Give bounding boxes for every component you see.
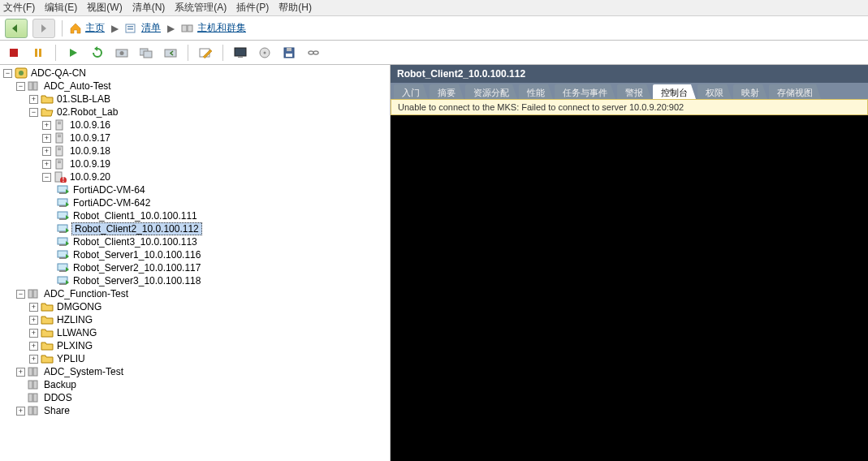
tab-console[interactable]: 控制台 — [653, 84, 696, 99]
expand-icon[interactable]: + — [16, 407, 25, 416]
tab-storage-views[interactable]: 存储视图 — [769, 84, 821, 99]
svg-point-24 — [19, 71, 24, 75]
tree-datacenter[interactable]: − ADC_Auto-Test — [3, 80, 390, 93]
tree-vm[interactable]: FortiADC-VM-642 — [3, 196, 390, 209]
svg-point-22 — [313, 51, 318, 54]
tree-datacenter[interactable]: DDOS — [3, 391, 390, 404]
tree-datacenter[interactable]: Backup — [3, 378, 390, 391]
menu-system[interactable]: 系统管理(A) — [175, 1, 227, 15]
inventory-tree[interactable]: − ADC-QA-CN − ADC_Auto-Test + 01.SLB-LAB… — [0, 65, 391, 461]
tree-vm[interactable]: FortiADC-VM-64 — [3, 183, 390, 196]
collapse-icon[interactable]: − — [16, 82, 25, 91]
expand-icon[interactable]: + — [29, 355, 38, 364]
stop-button[interactable] — [5, 44, 23, 62]
svg-rect-37 — [58, 161, 61, 162]
tab-tasks-events[interactable]: 任务与事件 — [555, 84, 615, 99]
host-icon — [54, 132, 67, 144]
expand-icon[interactable]: + — [29, 329, 38, 338]
tree-host[interactable]: +10.0.9.16 — [3, 118, 390, 131]
tree-vm[interactable]: Robot_Server3_10.0.100.118 — [3, 274, 390, 287]
expand-icon[interactable]: + — [29, 316, 38, 325]
tree-host-20[interactable]: −!10.0.9.20 — [3, 170, 390, 183]
menu-view[interactable]: 视图(W) — [87, 1, 122, 15]
expand-icon[interactable]: + — [42, 147, 51, 156]
breadcrumb-inventory[interactable]: 清单 — [125, 21, 161, 35]
breadcrumb-hosts[interactable]: 主机和群集 — [181, 21, 246, 35]
tree-datacenter[interactable]: +ADC_System-Test — [3, 365, 390, 378]
refresh-button[interactable] — [89, 44, 106, 62]
expand-icon[interactable]: + — [29, 95, 38, 104]
tree-folder-slb[interactable]: + 01.SLB-LAB — [3, 93, 390, 106]
expand-icon[interactable]: + — [16, 368, 25, 377]
collapse-icon[interactable]: − — [42, 173, 51, 182]
tree-folder-robot[interactable]: − 02.Robot_Lab — [3, 106, 390, 118]
tree-host[interactable]: +10.0.9.18 — [3, 144, 390, 157]
svg-rect-4 — [188, 25, 192, 32]
expand-icon[interactable]: + — [29, 303, 38, 312]
folder-icon — [41, 301, 54, 312]
tree-vm[interactable]: Robot_Server2_10.0.100.117 — [3, 261, 390, 274]
datacenter-icon — [28, 379, 41, 390]
menu-edit[interactable]: 编辑(E) — [45, 1, 77, 15]
tab-maps[interactable]: 映射 — [733, 84, 767, 99]
snapshot-button[interactable] — [113, 44, 131, 62]
folder-icon — [41, 327, 54, 338]
tree-host[interactable]: +10.0.9.17 — [3, 131, 390, 144]
svg-rect-3 — [182, 25, 187, 32]
console-toolbar — [0, 41, 868, 65]
tab-summary[interactable]: 摘要 — [430, 84, 464, 99]
tree-folder[interactable]: +LLWANG — [3, 326, 390, 339]
pause-button[interactable] — [29, 44, 47, 62]
console-viewport[interactable] — [391, 115, 868, 461]
home-icon — [69, 23, 82, 34]
tree-folder[interactable]: +YPLIU — [3, 352, 390, 365]
collapse-icon[interactable]: − — [29, 108, 38, 117]
expand-icon[interactable]: + — [42, 160, 51, 169]
tree-datacenter[interactable]: +Share — [3, 404, 390, 417]
nav-back-button[interactable] — [5, 19, 28, 38]
expand-icon[interactable]: + — [42, 121, 51, 130]
nav-forward-button[interactable] — [32, 19, 55, 38]
revert-snapshot-button[interactable] — [162, 44, 179, 62]
tree-folder[interactable]: +PLXING — [3, 339, 390, 352]
detail-pane: Robot_Client2_10.0.100.112 入门 摘要 资源分配 性能… — [391, 65, 868, 461]
tree-vm[interactable]: Robot_Server1_10.0.100.116 — [3, 248, 390, 261]
collapse-icon[interactable]: − — [3, 69, 12, 78]
tree-vm[interactable]: Robot_Client3_10.0.100.113 — [3, 235, 390, 248]
expand-icon[interactable]: + — [42, 134, 51, 143]
tree-folder[interactable]: +HZLING — [3, 313, 390, 326]
expand-icon[interactable]: + — [29, 342, 38, 351]
snapshot-manage-button[interactable] — [137, 44, 155, 62]
tree-host[interactable]: +10.0.9.19 — [3, 157, 390, 170]
collapse-icon[interactable]: − — [16, 290, 25, 299]
tree-root[interactable]: − ADC-QA-CN — [3, 67, 390, 80]
tab-permissions[interactable]: 权限 — [697, 84, 732, 99]
edit-settings-button[interactable] — [196, 44, 214, 62]
link-button[interactable] — [304, 44, 322, 62]
cd-button[interactable] — [256, 44, 274, 62]
tab-getting-started[interactable]: 入门 — [394, 84, 428, 99]
tab-performance[interactable]: 性能 — [519, 84, 553, 99]
separator — [55, 45, 56, 61]
tab-alarms[interactable]: 警报 — [617, 84, 651, 99]
tree-datacenter[interactable]: −ADC_Function-Test — [3, 287, 390, 300]
floppy-button[interactable] — [280, 44, 298, 62]
tree-vm[interactable]: Robot_Client1_10.0.100.111 — [3, 209, 390, 222]
menu-file[interactable]: 文件(F) — [3, 1, 35, 15]
svg-rect-27 — [56, 120, 63, 130]
menu-help[interactable]: 帮助(H) — [279, 1, 312, 15]
svg-rect-26 — [33, 82, 37, 90]
svg-rect-34 — [58, 148, 61, 149]
menu-inventory[interactable]: 清单(N) — [132, 1, 166, 15]
tree-vm-selected[interactable]: Robot_Client2_10.0.100.112 — [3, 222, 390, 235]
separator — [188, 45, 188, 61]
breadcrumb-home[interactable]: 主页 — [69, 21, 105, 35]
menu-plugins[interactable]: 插件(P) — [236, 1, 269, 15]
play-button[interactable] — [64, 44, 82, 62]
svg-point-21 — [309, 51, 313, 54]
tab-resource-allocation[interactable]: 资源分配 — [465, 84, 517, 99]
tree-folder[interactable]: +DMGONG — [3, 300, 390, 313]
console-button[interactable] — [231, 44, 249, 62]
vm-on-icon — [57, 184, 70, 196]
folder-open-icon — [41, 106, 54, 118]
